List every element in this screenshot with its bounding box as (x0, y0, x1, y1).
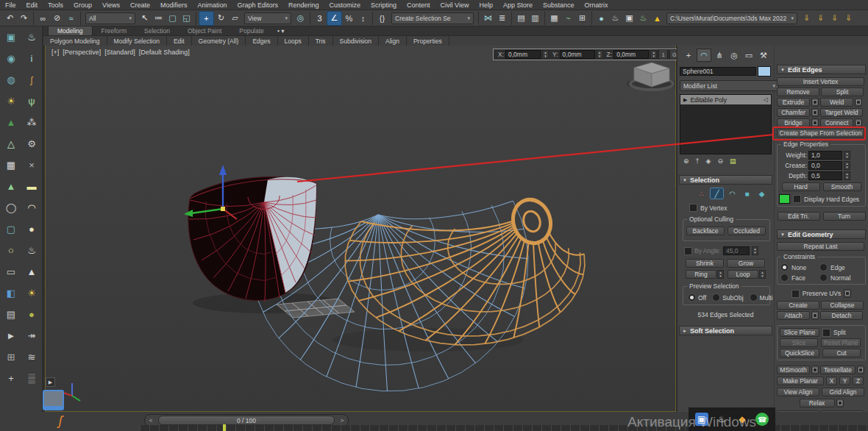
preview-off-radio[interactable] (688, 293, 696, 302)
menu-tools[interactable]: Tools (43, 0, 68, 10)
tab-modeling[interactable]: Modeling (48, 26, 93, 35)
slice-plane-button[interactable]: Slice Plane (780, 328, 819, 337)
menu-animation[interactable]: Animation (192, 0, 232, 10)
panel-geometry-all[interactable]: Geometry (All) (192, 36, 246, 46)
relax-button[interactable]: Relax (800, 399, 835, 407)
vertex-subobject-icon[interactable]: ∴ (695, 188, 708, 199)
edit-edges-rollout-header[interactable]: Edit Edges (777, 65, 866, 74)
shrink-button[interactable]: Shrink (686, 259, 724, 268)
video-camera-icon[interactable]: ▣ (3, 29, 19, 45)
sun-light-icon[interactable]: ☀ (24, 285, 40, 301)
depth-spinner[interactable] (844, 171, 850, 180)
viewport-menu-standard[interactable]: [Standard] (104, 49, 135, 56)
edit-geometry-rollout-header[interactable]: Edit Geometry (777, 229, 866, 239)
light-icon[interactable]: ◍ (3, 71, 19, 88)
select-and-link-icon[interactable]: ∞ (36, 12, 50, 25)
sun-icon[interactable]: ☀ (3, 93, 19, 109)
msmooth-settings-button[interactable] (811, 366, 819, 374)
ring-icon[interactable]: ◯ (3, 199, 19, 215)
fan-icon[interactable]: × (24, 157, 40, 173)
viewport-canvas[interactable] (46, 46, 675, 411)
dome-light-icon[interactable]: ◠ (24, 199, 40, 215)
repeat-last-button[interactable]: Repeat Last (777, 242, 864, 251)
viewport-menu-shading[interactable]: [Default Shading] (139, 49, 190, 56)
preserve-uvs-checkbox[interactable] (791, 290, 800, 298)
viewport-layout-tab[interactable] (43, 390, 64, 410)
weight-field[interactable]: 1,0 (808, 151, 842, 160)
border-subobject-icon[interactable]: ◠ (726, 188, 739, 199)
menu-modifiers[interactable]: Modifiers (155, 0, 193, 10)
weight-spinner[interactable] (844, 151, 850, 160)
selection-set-dropdown[interactable]: Create Selection Se (391, 13, 474, 24)
attach-settings-button[interactable] (811, 311, 819, 320)
monitor-icon[interactable]: ▢ (3, 221, 19, 237)
window-crossing-icon[interactable]: ◱ (179, 12, 193, 25)
ring-button[interactable]: Ring (686, 270, 716, 279)
hard-button[interactable]: Hard (782, 182, 820, 191)
current-frame-indicator[interactable]: 0 / 100 (158, 416, 335, 425)
connect-button[interactable]: Connect (820, 118, 853, 127)
scatter-icon[interactable]: ⁂ (24, 114, 40, 130)
modify-tab-icon[interactable]: ◠ (697, 49, 711, 62)
cut-button[interactable]: Cut (822, 349, 861, 357)
insert-vertex-button[interactable]: Insert Vertex (777, 77, 864, 86)
motion-brush-icon[interactable]: ʃ (51, 412, 69, 430)
msmooth-button[interactable]: MSmooth (777, 366, 810, 374)
x-coordinate-field[interactable]: 0,0mm (505, 50, 541, 59)
constraint-none-radio[interactable] (780, 263, 789, 271)
crosshair-icon[interactable]: + (3, 370, 19, 386)
tree-icon[interactable]: ▲ (3, 114, 19, 130)
crease-field[interactable]: 0,0 (808, 161, 842, 170)
undo-icon[interactable]: ↶ (3, 12, 17, 25)
rendered-frame-icon[interactable]: ▣ (622, 12, 636, 25)
hard-edge-color-swatch[interactable] (779, 194, 790, 204)
modifier-stack[interactable]: ▶ Editable Poly ◁ (680, 94, 772, 154)
constraint-face-radio[interactable] (780, 274, 789, 282)
make-planar-z-button[interactable]: Z (853, 377, 864, 385)
light-panel-icon[interactable]: ▬ (24, 178, 40, 194)
tab-populate[interactable]: Populate (230, 26, 273, 35)
pin-stack-icon[interactable]: ⊕ (683, 157, 689, 165)
sphere-light-icon[interactable]: ● (24, 306, 40, 322)
occluded-button[interactable]: Occluded (728, 227, 766, 235)
ribbon-config-icon[interactable]: ▪ ▾ (273, 26, 289, 35)
menu-civil-view[interactable]: Civil View (435, 0, 474, 10)
hierarchy-tab-icon[interactable]: ⋔ (713, 49, 726, 61)
grid-icon[interactable]: ⊞ (3, 349, 19, 365)
use-pivot-center-icon[interactable]: ◎ (294, 12, 307, 25)
z-spinner[interactable] (650, 50, 657, 59)
warning-icon[interactable]: ▲ (650, 12, 664, 25)
view-align-button[interactable]: View Align (777, 388, 819, 396)
create-tab-icon[interactable]: + (682, 49, 695, 61)
soft-selection-rollout-header[interactable]: Soft Selection (679, 326, 772, 335)
y-coordinate-field[interactable]: 0,0mm (560, 50, 595, 59)
object-name-field[interactable]: Sphere001 (680, 67, 756, 76)
select-object-icon[interactable]: ↖ (138, 12, 152, 25)
panel-edges[interactable]: Edges (246, 36, 277, 46)
select-and-rotate-icon[interactable]: ↻ (214, 12, 228, 25)
edge-subobject-icon[interactable]: ╱ (710, 188, 724, 199)
menu-rendering[interactable]: Rendering (283, 0, 324, 10)
configure-modifier-sets-icon[interactable]: ▤ (730, 157, 736, 165)
constraint-normal-radio[interactable] (819, 274, 828, 282)
next-frame-button[interactable]: > (336, 416, 348, 425)
reference-coordinate-dropdown[interactable]: View (244, 13, 291, 24)
perspective-viewport[interactable]: [+][Perspective][Standard][Default Shadi… (45, 45, 676, 412)
disc-light-icon[interactable]: ● (24, 221, 40, 237)
display-hard-edges-checkbox[interactable] (793, 195, 801, 203)
make-planar-button[interactable]: Make Planar (777, 377, 824, 385)
toggle-ribbon-icon[interactable]: ▦ (547, 12, 561, 25)
panel-align[interactable]: Align (379, 36, 407, 46)
taskbar-phone-app-icon[interactable]: ☎ (755, 413, 769, 426)
render-setup-icon[interactable]: ♨ (608, 12, 622, 25)
render-flyout-4-icon[interactable]: ⇓ (842, 12, 855, 25)
render-flyout-1-icon[interactable]: ⇓ (800, 12, 814, 25)
render-flyout-3-icon[interactable]: ⇓ (828, 12, 842, 25)
menu-group[interactable]: Group (68, 0, 97, 10)
select-and-move-icon[interactable]: + (199, 11, 214, 26)
selection-filter-dropdown[interactable]: All (85, 13, 135, 24)
named-selection-sets-icon[interactable]: {} (375, 12, 389, 25)
tab-selection[interactable]: Selection (135, 26, 179, 35)
select-by-name-icon[interactable]: ≔ (152, 12, 166, 25)
cone-icon[interactable]: ▲ (24, 263, 40, 279)
